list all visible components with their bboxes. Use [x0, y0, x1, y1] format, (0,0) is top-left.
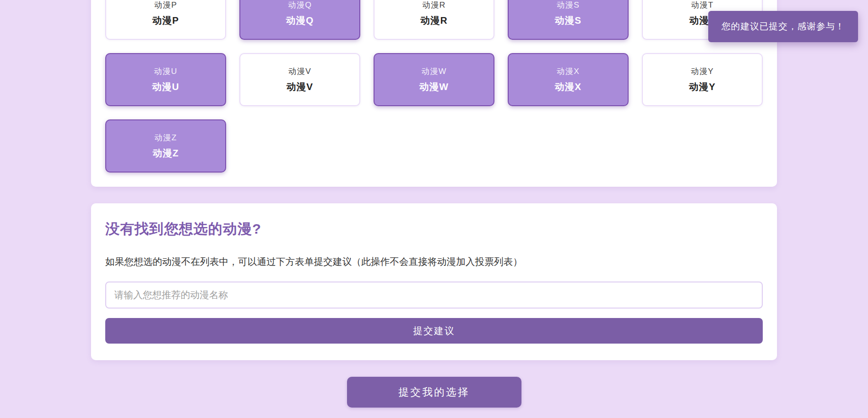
anime-card[interactable]: 动漫X 动漫X — [508, 53, 629, 106]
anime-card-name: 动漫T — [691, 0, 713, 11]
anime-card-title: 动漫U — [152, 80, 179, 93]
anime-card[interactable]: 动漫Q 动漫Q — [239, 0, 360, 40]
page: 动漫P 动漫P 动漫Q 动漫Q 动漫R 动漫R 动漫S 动漫S 动漫T 动漫T … — [0, 0, 868, 418]
anime-card-name: 动漫Z — [155, 132, 177, 144]
anime-card-title: 动漫S — [555, 14, 581, 27]
anime-card[interactable]: 动漫S 动漫S — [508, 0, 629, 40]
anime-card-name: 动漫W — [421, 66, 447, 77]
anime-card-name: 动漫V — [288, 66, 311, 77]
suggestion-heading: 没有找到您想选的动漫? — [105, 220, 763, 237]
anime-card-title: 动漫Q — [286, 14, 314, 27]
anime-card-name: 动漫R — [422, 0, 446, 11]
anime-card-name: 动漫P — [154, 0, 177, 11]
anime-card[interactable]: 动漫U 动漫U — [105, 53, 226, 106]
anime-card-title: 动漫P — [152, 14, 179, 27]
suggestion-input[interactable] — [105, 282, 763, 309]
anime-card[interactable]: 动漫P 动漫P — [105, 0, 226, 40]
anime-card-title: 动漫X — [555, 80, 581, 93]
anime-card[interactable]: 动漫Y 动漫Y — [642, 53, 763, 106]
toast-notification: 您的建议已提交，感谢参与！ — [708, 11, 858, 42]
anime-card-title: 动漫R — [420, 14, 448, 27]
anime-card[interactable]: 动漫R 动漫R — [374, 0, 494, 40]
anime-card-name: 动漫U — [154, 66, 177, 77]
anime-grid-panel: 动漫P 动漫P 动漫Q 动漫Q 动漫R 动漫R 动漫S 动漫S 动漫T 动漫T … — [91, 0, 777, 187]
anime-card[interactable]: 动漫V 动漫V — [239, 53, 360, 106]
anime-card[interactable]: 动漫Z 动漫Z — [105, 119, 226, 173]
anime-card-title: 动漫Z — [153, 146, 179, 160]
anime-card-name: 动漫Q — [288, 0, 311, 11]
main-content: 动漫P 动漫P 动漫Q 动漫Q 动漫R 动漫R 动漫S 动漫S 动漫T 动漫T … — [91, 0, 777, 408]
anime-card-name: 动漫X — [557, 66, 579, 77]
anime-card-name: 动漫S — [557, 0, 579, 11]
anime-grid: 动漫P 动漫P 动漫Q 动漫Q 动漫R 动漫R 动漫S 动漫S 动漫T 动漫T … — [105, 0, 763, 173]
anime-card-title: 动漫Y — [689, 80, 715, 93]
anime-card[interactable]: 动漫W 动漫W — [374, 53, 494, 106]
suggestion-description: 如果您想选的动漫不在列表中，可以通过下方表单提交建议（此操作不会直接将动漫加入投… — [105, 255, 763, 268]
anime-card-name: 动漫Y — [691, 66, 713, 77]
submit-choices-button[interactable]: 提交我的选择 — [347, 377, 521, 408]
anime-card-title: 动漫V — [286, 80, 313, 93]
suggestion-panel: 没有找到您想选的动漫? 如果您想选的动漫不在列表中，可以通过下方表单提交建议（此… — [91, 203, 777, 360]
anime-card-title: 动漫W — [420, 80, 449, 93]
submit-suggestion-button[interactable]: 提交建议 — [105, 318, 763, 344]
